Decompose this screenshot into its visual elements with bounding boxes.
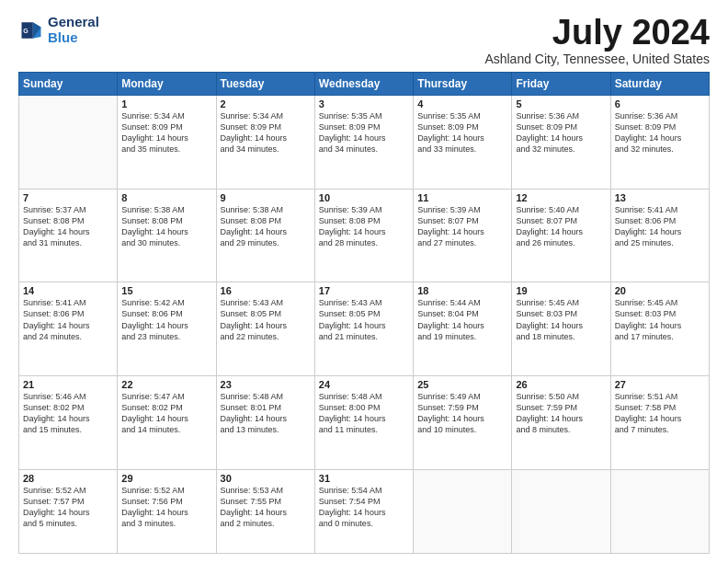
table-row: 16Sunrise: 5:43 AM Sunset: 8:05 PM Dayli… <box>216 282 314 376</box>
logo-line2: Blue <box>48 29 78 45</box>
table-row: 6Sunrise: 5:36 AM Sunset: 8:09 PM Daylig… <box>610 96 709 190</box>
day-number: 6 <box>615 98 705 109</box>
day-number: 18 <box>417 285 507 296</box>
day-info: Sunrise: 5:48 AM Sunset: 8:00 PM Dayligh… <box>319 391 409 436</box>
col-sunday: Sunday <box>19 73 118 96</box>
table-row: 25Sunrise: 5:49 AM Sunset: 7:59 PM Dayli… <box>414 375 512 469</box>
day-info: Sunrise: 5:36 AM Sunset: 8:09 PM Dayligh… <box>516 110 606 155</box>
day-info: Sunrise: 5:47 AM Sunset: 8:02 PM Dayligh… <box>121 391 211 436</box>
day-info: Sunrise: 5:41 AM Sunset: 8:06 PM Dayligh… <box>23 297 113 342</box>
logo: G General Blue <box>18 15 99 45</box>
svg-text:G: G <box>23 27 28 33</box>
calendar-table: Sunday Monday Tuesday Wednesday Thursday… <box>18 72 710 554</box>
table-row: 3Sunrise: 5:35 AM Sunset: 8:09 PM Daylig… <box>314 96 413 190</box>
day-info: Sunrise: 5:38 AM Sunset: 8:08 PM Dayligh… <box>121 204 211 249</box>
calendar-page: G General Blue July 2024 Ashland City, T… <box>0 0 728 563</box>
day-info: Sunrise: 5:54 AM Sunset: 7:54 PM Dayligh… <box>319 485 409 530</box>
table-row <box>19 96 118 190</box>
day-number: 13 <box>615 192 705 203</box>
table-row: 11Sunrise: 5:39 AM Sunset: 8:07 PM Dayli… <box>414 189 512 282</box>
day-number: 30 <box>221 473 311 484</box>
day-number: 26 <box>516 379 606 390</box>
day-number: 20 <box>615 285 705 296</box>
title-block: July 2024 Ashland City, Tennessee, Unite… <box>484 15 710 66</box>
table-row: 14Sunrise: 5:41 AM Sunset: 8:06 PM Dayli… <box>19 282 118 376</box>
table-row: 13Sunrise: 5:41 AM Sunset: 8:06 PM Dayli… <box>610 189 709 282</box>
day-info: Sunrise: 5:35 AM Sunset: 8:09 PM Dayligh… <box>319 110 409 155</box>
day-info: Sunrise: 5:43 AM Sunset: 8:05 PM Dayligh… <box>319 297 409 342</box>
day-number: 4 <box>417 98 507 109</box>
day-info: Sunrise: 5:36 AM Sunset: 8:09 PM Dayligh… <box>615 110 705 155</box>
logo-text: General Blue <box>48 15 99 45</box>
table-row <box>610 469 709 554</box>
table-row: 19Sunrise: 5:45 AM Sunset: 8:03 PM Dayli… <box>512 282 610 376</box>
day-number: 25 <box>417 379 507 390</box>
table-row: 21Sunrise: 5:46 AM Sunset: 8:02 PM Dayli… <box>19 375 118 469</box>
day-number: 1 <box>121 98 211 109</box>
table-row: 10Sunrise: 5:39 AM Sunset: 8:08 PM Dayli… <box>314 189 413 282</box>
col-wednesday: Wednesday <box>314 73 413 96</box>
day-info: Sunrise: 5:40 AM Sunset: 8:07 PM Dayligh… <box>516 204 606 249</box>
day-info: Sunrise: 5:44 AM Sunset: 8:04 PM Dayligh… <box>417 297 507 342</box>
day-number: 23 <box>221 379 311 390</box>
table-row: 18Sunrise: 5:44 AM Sunset: 8:04 PM Dayli… <box>414 282 512 376</box>
table-row: 22Sunrise: 5:47 AM Sunset: 8:02 PM Dayli… <box>118 375 216 469</box>
table-row: 20Sunrise: 5:45 AM Sunset: 8:03 PM Dayli… <box>610 282 709 376</box>
day-info: Sunrise: 5:45 AM Sunset: 8:03 PM Dayligh… <box>516 297 606 342</box>
day-info: Sunrise: 5:49 AM Sunset: 7:59 PM Dayligh… <box>417 391 507 436</box>
table-row: 9Sunrise: 5:38 AM Sunset: 8:08 PM Daylig… <box>216 189 314 282</box>
day-number: 8 <box>121 192 211 203</box>
col-monday: Monday <box>118 73 216 96</box>
table-row: 2Sunrise: 5:34 AM Sunset: 8:09 PM Daylig… <box>216 96 314 190</box>
day-number: 7 <box>23 192 113 203</box>
table-row: 27Sunrise: 5:51 AM Sunset: 7:58 PM Dayli… <box>610 375 709 469</box>
table-row: 1Sunrise: 5:34 AM Sunset: 8:09 PM Daylig… <box>118 96 216 190</box>
day-info: Sunrise: 5:34 AM Sunset: 8:09 PM Dayligh… <box>221 110 311 155</box>
day-number: 10 <box>319 192 409 203</box>
location-subtitle: Ashland City, Tennessee, United States <box>484 52 710 66</box>
table-row: 29Sunrise: 5:52 AM Sunset: 7:56 PM Dayli… <box>118 469 216 554</box>
col-saturday: Saturday <box>610 73 709 96</box>
table-row: 12Sunrise: 5:40 AM Sunset: 8:07 PM Dayli… <box>512 189 610 282</box>
logo-line1: General <box>48 15 99 30</box>
day-number: 22 <box>121 379 211 390</box>
day-info: Sunrise: 5:42 AM Sunset: 8:06 PM Dayligh… <box>121 297 211 342</box>
day-info: Sunrise: 5:41 AM Sunset: 8:06 PM Dayligh… <box>615 204 705 249</box>
day-info: Sunrise: 5:51 AM Sunset: 7:58 PM Dayligh… <box>615 391 705 436</box>
day-number: 5 <box>516 98 606 109</box>
table-row: 15Sunrise: 5:42 AM Sunset: 8:06 PM Dayli… <box>118 282 216 376</box>
day-info: Sunrise: 5:52 AM Sunset: 7:57 PM Dayligh… <box>23 485 113 530</box>
day-info: Sunrise: 5:53 AM Sunset: 7:55 PM Dayligh… <box>221 485 311 530</box>
col-tuesday: Tuesday <box>216 73 314 96</box>
calendar-header-row: Sunday Monday Tuesday Wednesday Thursday… <box>19 73 710 96</box>
day-number: 12 <box>516 192 606 203</box>
day-number: 3 <box>319 98 409 109</box>
day-info: Sunrise: 5:46 AM Sunset: 8:02 PM Dayligh… <box>23 391 113 436</box>
day-info: Sunrise: 5:38 AM Sunset: 8:08 PM Dayligh… <box>221 204 311 249</box>
day-number: 16 <box>221 285 311 296</box>
col-thursday: Thursday <box>414 73 512 96</box>
day-info: Sunrise: 5:35 AM Sunset: 8:09 PM Dayligh… <box>417 110 507 155</box>
table-row: 8Sunrise: 5:38 AM Sunset: 8:08 PM Daylig… <box>118 189 216 282</box>
day-info: Sunrise: 5:48 AM Sunset: 8:01 PM Dayligh… <box>221 391 311 436</box>
col-friday: Friday <box>512 73 610 96</box>
day-number: 2 <box>221 98 311 109</box>
day-number: 14 <box>23 285 113 296</box>
day-number: 21 <box>23 379 113 390</box>
day-number: 17 <box>319 285 409 296</box>
day-info: Sunrise: 5:39 AM Sunset: 8:07 PM Dayligh… <box>417 204 507 249</box>
table-row: 23Sunrise: 5:48 AM Sunset: 8:01 PM Dayli… <box>216 375 314 469</box>
table-row <box>414 469 512 554</box>
table-row: 5Sunrise: 5:36 AM Sunset: 8:09 PM Daylig… <box>512 96 610 190</box>
table-row: 24Sunrise: 5:48 AM Sunset: 8:00 PM Dayli… <box>314 375 413 469</box>
day-number: 27 <box>615 379 705 390</box>
day-info: Sunrise: 5:43 AM Sunset: 8:05 PM Dayligh… <box>221 297 311 342</box>
table-row: 7Sunrise: 5:37 AM Sunset: 8:08 PM Daylig… <box>19 189 118 282</box>
table-row: 26Sunrise: 5:50 AM Sunset: 7:59 PM Dayli… <box>512 375 610 469</box>
day-number: 31 <box>319 473 409 484</box>
day-number: 24 <box>319 379 409 390</box>
day-info: Sunrise: 5:39 AM Sunset: 8:08 PM Dayligh… <box>319 204 409 249</box>
table-row: 31Sunrise: 5:54 AM Sunset: 7:54 PM Dayli… <box>314 469 413 554</box>
day-info: Sunrise: 5:34 AM Sunset: 8:09 PM Dayligh… <box>121 110 211 155</box>
table-row: 17Sunrise: 5:43 AM Sunset: 8:05 PM Dayli… <box>314 282 413 376</box>
